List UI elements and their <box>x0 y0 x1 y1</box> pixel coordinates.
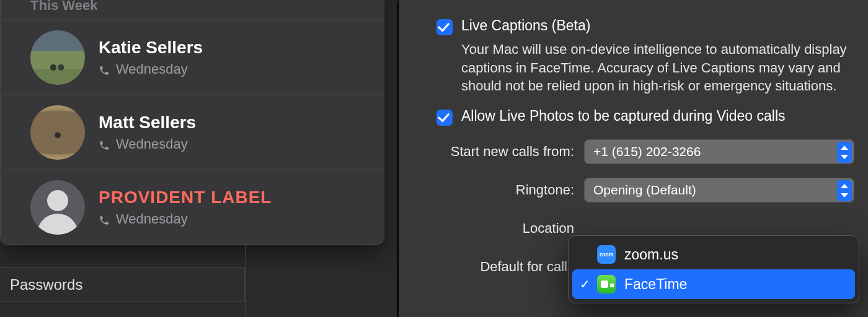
start-from-row: Start new calls from: +1 (615) 202-3266 <box>436 139 858 164</box>
contact-subline: Wednesday <box>99 61 203 77</box>
menu-item-label: zoom.us <box>624 246 678 263</box>
recent-call-info: Matt Sellers Wednesday <box>99 113 196 152</box>
phone-icon <box>99 139 110 150</box>
menu-item-zoom[interactable]: zoom.us <box>572 240 855 269</box>
contact-name: Matt Sellers <box>99 113 196 132</box>
zoom-app-icon <box>597 245 616 264</box>
recent-call-info: Katie Sellers Wednesday <box>99 38 203 77</box>
phone-icon <box>99 64 110 75</box>
location-label: Location <box>436 220 574 237</box>
contact-day: Wednesday <box>116 136 188 152</box>
checkbox-checked-icon[interactable] <box>436 19 453 35</box>
default-for-calls-menu[interactable]: zoom.us FaceTime <box>568 235 859 303</box>
contact-day: Wednesday <box>116 211 188 227</box>
contact-subline: Wednesday <box>99 136 196 152</box>
passwords-label: Passwords <box>10 276 82 293</box>
contact-subline: Wednesday <box>99 211 272 227</box>
recent-call-row[interactable]: Matt Sellers Wednesday <box>1 95 384 170</box>
contact-name-missed: PROVIDENT LABEL <box>99 188 272 207</box>
select-stepper-icon <box>837 142 852 163</box>
default-for-calls-label: Default for calls <box>436 259 574 275</box>
recents-panel: This Week Katie Sellers Wednesday Matt S… <box>0 0 384 245</box>
live-captions-description: Your Mac will use on-device intelligence… <box>461 40 858 95</box>
recents-sidebar: This Week Katie Sellers Wednesday Matt S… <box>0 0 397 317</box>
avatar-placeholder <box>30 180 85 235</box>
phone-icon <box>99 214 110 225</box>
menu-item-facetime[interactable]: FaceTime <box>572 269 855 299</box>
passwords-sidebar-item[interactable]: Passwords <box>0 267 245 302</box>
checkbox-checked-icon[interactable] <box>436 110 453 126</box>
contact-day: Wednesday <box>116 61 188 77</box>
live-photos-row[interactable]: Allow Live Photos to be captured during … <box>436 108 858 126</box>
ringtone-value: Opening (Default) <box>593 183 696 198</box>
start-from-value: +1 (615) 202-3266 <box>593 144 701 159</box>
avatar <box>30 105 85 160</box>
select-stepper-icon <box>837 180 852 201</box>
contact-name: Katie Sellers <box>99 38 203 58</box>
menu-item-label: FaceTime <box>624 276 687 293</box>
ringtone-select[interactable]: Opening (Default) <box>584 178 854 202</box>
live-captions-label: Live Captions (Beta) <box>461 17 590 34</box>
live-photos-label: Allow Live Photos to be captured during … <box>461 108 786 124</box>
ringtone-row: Ringtone: Opening (Default) <box>436 178 858 202</box>
divider <box>245 245 246 317</box>
facetime-app-icon <box>597 275 616 293</box>
recent-call-row[interactable]: Katie Sellers Wednesday <box>1 20 384 95</box>
start-from-select[interactable]: +1 (615) 202-3266 <box>584 139 854 164</box>
start-from-label: Start new calls from: <box>436 144 574 160</box>
live-captions-row[interactable]: Live Captions (Beta) <box>436 17 858 35</box>
recent-call-row[interactable]: PROVIDENT LABEL Wednesday <box>1 170 384 245</box>
section-header-this-week: This Week <box>1 0 384 20</box>
person-icon <box>30 180 85 235</box>
recent-call-info: PROVIDENT LABEL Wednesday <box>99 188 272 227</box>
avatar <box>30 30 85 85</box>
ringtone-label: Ringtone: <box>436 182 574 198</box>
